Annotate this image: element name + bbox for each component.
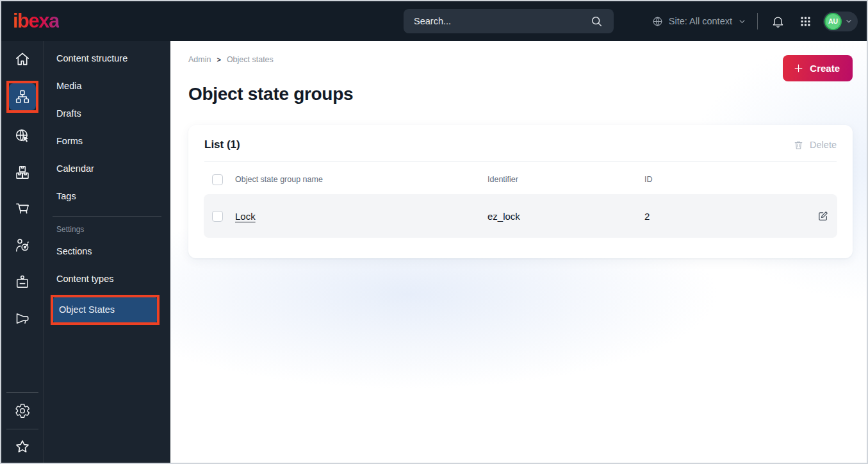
personalization-icon[interactable] (9, 232, 36, 259)
create-button-label: Create (810, 63, 840, 74)
row-identifier: ez_lock (487, 211, 644, 222)
sidebar-item-content-types[interactable]: Content types (44, 265, 170, 293)
sidebar-item-object-states[interactable]: Object States (53, 297, 157, 322)
topbar: ibexa Site: All context (1, 1, 867, 41)
sidebar-item-forms[interactable]: Forms (44, 128, 170, 155)
product-catalog-icon[interactable] (9, 159, 36, 186)
search-icon[interactable] (587, 12, 606, 31)
icon-rail (1, 41, 44, 463)
notifications-bell-icon[interactable] (768, 12, 787, 31)
rail-divider (6, 429, 38, 429)
campaign-icon[interactable] (9, 305, 36, 332)
chevron-down-icon (844, 17, 853, 26)
user-menu[interactable]: AU (823, 12, 858, 31)
globe-icon (651, 15, 664, 28)
sidebar-item-calendar[interactable]: Calendar (44, 155, 170, 183)
home-icon[interactable] (9, 46, 36, 72)
chevron-down-icon (737, 17, 747, 26)
table-row: Lock ez_lock 2 (204, 194, 837, 238)
edit-icon[interactable] (809, 210, 837, 222)
breadcrumb-current: Object states (227, 55, 274, 64)
bookmarks-star-icon[interactable] (9, 433, 36, 460)
row-checkbox[interactable] (212, 211, 223, 222)
breadcrumb-admin[interactable]: Admin (188, 55, 211, 64)
plus-icon (793, 63, 804, 74)
app-window: ibexa Site: All context (0, 0, 868, 464)
annotation-highlight: Object States (51, 295, 160, 325)
rail-divider (6, 392, 38, 393)
breadcrumb-separator: > (217, 56, 220, 63)
create-button[interactable]: Create (783, 55, 853, 81)
app-grid-icon[interactable] (796, 12, 815, 31)
commerce-cart-icon[interactable] (9, 195, 36, 222)
topbar-divider (757, 13, 758, 29)
sidebar-menu: Content structure Media Drafts Forms Cal… (44, 41, 170, 463)
sidebar-item-media[interactable]: Media (44, 72, 170, 100)
site-icon[interactable] (9, 122, 36, 149)
page-title: Object state groups (188, 84, 853, 104)
user-avatar: AU (824, 13, 842, 30)
column-header-identifier: Identifier (487, 175, 644, 184)
main-content: Admin > Object states Create Object stat… (170, 41, 868, 463)
select-all-checkbox[interactable] (212, 174, 223, 185)
global-search[interactable] (404, 9, 614, 33)
icon-rail-bottom (1, 392, 43, 463)
trash-icon (793, 140, 804, 151)
site-context-selector[interactable]: Site: All context (651, 15, 747, 28)
annotation-highlight (6, 81, 38, 113)
search-input[interactable] (414, 16, 587, 26)
column-header-id: ID (644, 175, 809, 184)
row-id: 2 (644, 211, 809, 222)
customer-portal-icon[interactable] (9, 269, 36, 295)
topbar-right-cluster: Site: All context AU (651, 1, 858, 41)
sidebar-item-drafts[interactable]: Drafts (44, 100, 170, 128)
list-title: List (1) (204, 138, 240, 151)
sidebar-item-content-structure[interactable]: Content structure (44, 45, 170, 72)
table-header-row: Object state group name Identifier ID (204, 168, 837, 191)
breadcrumb: Admin > Object states (188, 55, 853, 64)
site-context-label: Site: All context (669, 16, 732, 26)
settings-gear-icon[interactable] (9, 397, 36, 424)
sidebar-item-sections[interactable]: Sections (44, 238, 170, 265)
ibexa-logo[interactable]: ibexa (13, 10, 59, 33)
object-state-group-link[interactable]: Lock (235, 211, 487, 222)
object-state-groups-table: Object state group name Identifier ID Lo… (204, 168, 837, 238)
list-panel: List (1) Delete (188, 125, 853, 258)
settings-section-label: Settings (44, 217, 170, 238)
delete-button[interactable]: Delete (793, 140, 837, 151)
panel-divider (204, 161, 837, 162)
column-header-name: Object state group name (235, 175, 487, 184)
delete-button-label: Delete (810, 140, 837, 150)
content-structure-icon[interactable] (9, 83, 36, 110)
sidebar-item-tags[interactable]: Tags (44, 183, 170, 210)
